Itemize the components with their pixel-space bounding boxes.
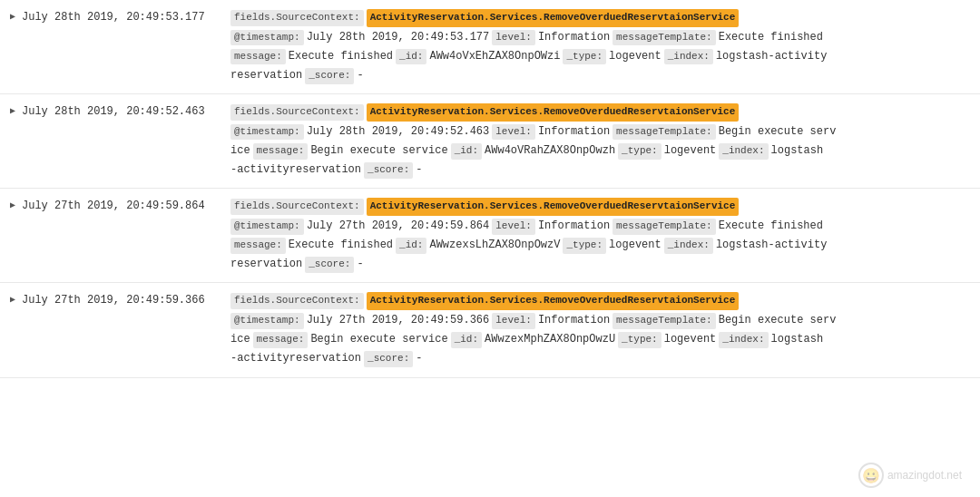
- field-label: _score:: [364, 351, 413, 367]
- field-label: @timestamp:: [230, 30, 304, 46]
- field-label: _id:: [396, 238, 426, 254]
- timestamp: July 28th 2019, 20:49:53.177: [22, 9, 230, 24]
- field-value: AWwzexMphZAX8OnpOwzU: [485, 331, 615, 348]
- field-label: @timestamp:: [230, 219, 304, 235]
- source-context-value: ActivityReservation.Services.RemoveOverd…: [367, 198, 740, 216]
- log-line-4: reservation_score:-: [230, 256, 980, 273]
- expand-arrow[interactable]: ▶: [0, 103, 22, 116]
- field-value: logstash: [771, 331, 824, 348]
- field-value: Information: [538, 123, 610, 141]
- field-value: Execute finished: [719, 218, 823, 235]
- field-label: _score:: [364, 162, 413, 179]
- timestamp: July 27th 2019, 20:49:59.864: [22, 198, 230, 212]
- log-line-2: @timestamp:July 28th 2019, 20:49:53.177l…: [230, 29, 980, 46]
- timestamp: July 28th 2019, 20:49:52.463: [22, 103, 230, 118]
- log-content: fields.SourceContext:ActivityReservation…: [230, 103, 980, 179]
- field-value: July 27th 2019, 20:49:59.366: [307, 312, 490, 329]
- fields-source-context-label: fields.SourceContext:: [230, 293, 364, 309]
- field-value: ice: [230, 142, 250, 160]
- field-value: Information: [538, 218, 610, 235]
- field-value: reservation: [230, 67, 302, 84]
- field-value: logevent: [664, 142, 717, 160]
- field-label: level:: [492, 219, 535, 235]
- field-value: Execute finished: [289, 237, 393, 254]
- log-entry: ▶July 27th 2019, 20:49:59.864fields.Sour…: [0, 189, 980, 283]
- log-line-source: fields.SourceContext:ActivityReservation…: [230, 198, 980, 216]
- log-line-4: -activityreservation_score:-: [230, 350, 980, 367]
- field-label: message:: [253, 332, 309, 348]
- field-label: _type:: [563, 238, 606, 254]
- field-value: -: [357, 256, 363, 273]
- expand-arrow[interactable]: ▶: [0, 9, 22, 22]
- field-label: _index:: [719, 332, 768, 348]
- field-value: Begin execute serv: [719, 312, 837, 329]
- log-container: ▶July 28th 2019, 20:49:53.177fields.Sour…: [0, 0, 980, 497]
- log-line-3: icemessage:Begin execute service_id:AWw4…: [230, 142, 980, 160]
- field-label: _type:: [618, 332, 662, 348]
- log-entry: ▶July 27th 2019, 20:49:59.366fields.Sour…: [0, 283, 980, 377]
- field-label: level:: [492, 124, 535, 141]
- field-value: logstash-activity: [716, 48, 827, 65]
- log-line-source: fields.SourceContext:ActivityReservation…: [230, 292, 980, 310]
- field-value: logstash-activity: [716, 237, 827, 254]
- source-context-value: ActivityReservation.Services.RemoveOverd…: [367, 9, 740, 27]
- watermark: 😀amazingdot.net: [858, 463, 962, 488]
- log-line-4: -activityreservation_score:-: [230, 161, 980, 179]
- field-value: AWwzexsLhZAX8OnpOwzV: [429, 237, 560, 254]
- field-label: _index:: [719, 143, 768, 160]
- log-line-3: message:Execute finished_id:AWwzexsLhZAX…: [230, 237, 980, 254]
- field-value: logevent: [609, 237, 662, 254]
- field-label: messageTemplate:: [612, 30, 716, 46]
- field-label: _id:: [451, 332, 482, 348]
- field-label: _id:: [396, 49, 426, 65]
- field-value: July 27th 2019, 20:49:59.864: [307, 218, 490, 235]
- field-value: AWw4oVRahZAX8OnpOwzh: [485, 142, 615, 160]
- field-label: _score:: [305, 68, 354, 84]
- source-context-value: ActivityReservation.Services.RemoveOverd…: [367, 103, 740, 122]
- field-value: Execute finished: [289, 48, 393, 65]
- fields-source-context-label: fields.SourceContext:: [230, 199, 364, 215]
- log-content: fields.SourceContext:ActivityReservation…: [230, 292, 980, 367]
- log-content: fields.SourceContext:ActivityReservation…: [230, 198, 980, 273]
- field-label: _id:: [451, 143, 482, 160]
- log-line-2: @timestamp:July 27th 2019, 20:49:59.366l…: [230, 312, 980, 329]
- field-value: -: [416, 350, 422, 367]
- field-value: reservation: [230, 256, 302, 273]
- field-value: -: [416, 161, 422, 179]
- field-label: _score:: [305, 257, 354, 273]
- log-line-3: message:Execute finished_id:AWw4oVxEhZAX…: [230, 48, 980, 65]
- field-value: -activityreservation: [230, 161, 361, 179]
- source-context-value: ActivityReservation.Services.RemoveOverd…: [367, 292, 740, 310]
- field-label: message:: [230, 49, 286, 65]
- log-entry: ▶July 28th 2019, 20:49:52.463fields.Sour…: [0, 94, 980, 189]
- log-line-source: fields.SourceContext:ActivityReservation…: [230, 103, 980, 122]
- field-value: July 28th 2019, 20:49:53.177: [307, 29, 490, 46]
- expand-arrow[interactable]: ▶: [0, 198, 22, 210]
- watermark-icon: 😀: [858, 463, 884, 488]
- log-line-source: fields.SourceContext:ActivityReservation…: [230, 9, 980, 27]
- field-label: _index:: [664, 238, 713, 254]
- log-line-3: icemessage:Begin execute service_id:AWwz…: [230, 331, 980, 348]
- log-line-2: @timestamp:July 28th 2019, 20:49:52.463l…: [230, 123, 980, 141]
- field-label: @timestamp:: [230, 313, 304, 329]
- field-value: Information: [538, 312, 610, 329]
- field-value: Begin execute service: [310, 331, 447, 348]
- field-value: ice: [230, 331, 250, 348]
- field-value: AWw4oVxEhZAX8OnpOWzi: [429, 48, 560, 65]
- field-label: level:: [492, 30, 535, 46]
- field-value: Begin execute service: [310, 142, 447, 160]
- field-value: Execute finished: [719, 29, 823, 46]
- field-label: @timestamp:: [230, 124, 304, 141]
- field-label: level:: [492, 313, 535, 329]
- fields-source-context-label: fields.SourceContext:: [230, 10, 364, 26]
- timestamp: July 27th 2019, 20:49:59.366: [22, 292, 230, 307]
- field-value: Information: [538, 29, 610, 46]
- field-label: message:: [253, 143, 309, 160]
- log-entry: ▶July 28th 2019, 20:49:53.177fields.Sour…: [0, 0, 980, 94]
- field-label: _index:: [664, 49, 713, 65]
- field-label: messageTemplate:: [612, 219, 716, 235]
- field-value: logstash: [771, 142, 824, 160]
- field-label: _type:: [618, 143, 662, 160]
- log-content: fields.SourceContext:ActivityReservation…: [230, 9, 980, 84]
- expand-arrow[interactable]: ▶: [0, 292, 22, 305]
